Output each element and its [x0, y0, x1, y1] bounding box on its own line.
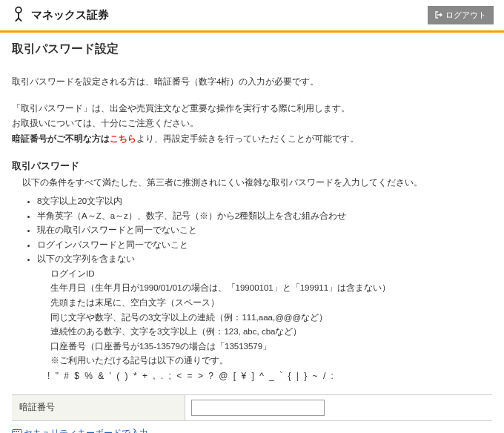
- keyboard-link-row: セキュリティキーボードで入力: [12, 421, 492, 433]
- brand: マネックス証券: [10, 6, 109, 24]
- pin-row: 暗証番号: [12, 394, 492, 420]
- rule-item: 以下の文字列を含まない ログインID 生年月日（生年月日が1990/01/01の…: [37, 252, 492, 368]
- reset-link[interactable]: こちら: [110, 134, 136, 143]
- rule-item: 現在の取引パスワードと同一でないこと: [37, 223, 492, 238]
- nested-item: ログインID: [50, 267, 492, 282]
- pin-input[interactable]: [191, 400, 325, 416]
- rules-list: 8文字以上20文字以内 半角英字（A～Z、a～z）、数字、記号（※）から2種類以…: [37, 194, 492, 368]
- nested-item: ※ご利用いただける記号は以下の通りです。: [50, 354, 492, 368]
- nested-item: 先頭または末尾に、空白文字（スペース）: [50, 296, 492, 311]
- logout-icon: [435, 11, 442, 20]
- keyboard-icon: [12, 428, 22, 433]
- content: 取引パスワード設定 取引パスワードを設定される方は、暗証番号（数字4桁）の入力が…: [0, 33, 504, 433]
- intro-line-1: 取引パスワードを設定される方は、暗証番号（数字4桁）の入力が必要です。: [12, 75, 492, 90]
- rule-item: 半角英字（A～Z、a～z）、数字、記号（※）から2種類以上を含む組み合わせ: [37, 209, 492, 224]
- nested-item: 同じ文字や数字、記号の3文字以上の連続（例：111,aaa,@@@など）: [50, 311, 492, 325]
- brand-name: マネックス証券: [31, 8, 109, 22]
- intro-line-3: お取扱いについては、十分にご注意ください。: [12, 116, 492, 131]
- allowed-symbols: ! " # $ % & ' ( ) * + , . ; < = > ? @ [ …: [47, 371, 492, 381]
- pin-label: 暗証番号: [12, 395, 185, 420]
- svg-rect-2: [13, 431, 15, 432]
- nested-item: 連続性のある数字、文字を3文字以上（例：123, abc, cbaなど）: [50, 325, 492, 340]
- pin-section: 暗証番号: [12, 394, 492, 421]
- brand-logo-icon: [10, 6, 27, 24]
- rule-item: ログインパスワードと同一でないこと: [37, 238, 492, 253]
- intro-line-2: 「取引パスワード」は、出金や売買注文など重要な操作を実行する際に利用します。: [12, 102, 492, 116]
- intro-block: 取引パスワードを設定される方は、暗証番号（数字4桁）の入力が必要です。 「取引パ…: [12, 75, 492, 146]
- security-keyboard-link[interactable]: セキュリティキーボードで入力: [24, 427, 148, 433]
- intro-line-4: 暗証番号がご不明な方はこちらより、再設定手続きを行っていただくことが可能です。: [12, 132, 492, 147]
- page-title: 取引パスワード設定: [12, 42, 492, 57]
- rules-nested-list: ログインID 生年月日（生年月日が1990/01/01の場合は、「1990010…: [50, 267, 492, 368]
- svg-rect-3: [16, 431, 17, 432]
- nested-item: 生年月日（生年月日が1990/01/01の場合は、「19900101」と「199…: [50, 281, 492, 296]
- logout-label: ログアウト: [445, 10, 486, 21]
- rule-item: 8文字以上20文字以内: [37, 194, 492, 209]
- logout-button[interactable]: ログアウト: [428, 6, 494, 24]
- svg-point-0: [16, 7, 21, 13]
- rules-desc: 以下の条件をすべて満たした、第三者に推測されにくい複雑な取引パスワードを入力して…: [22, 177, 492, 188]
- rules-heading: 取引パスワード: [12, 159, 492, 173]
- svg-rect-4: [18, 431, 19, 432]
- nested-item: 口座番号（口座番号が135-13579の場合は「13513579」: [50, 340, 492, 354]
- header: マネックス証券 ログアウト: [0, 0, 504, 33]
